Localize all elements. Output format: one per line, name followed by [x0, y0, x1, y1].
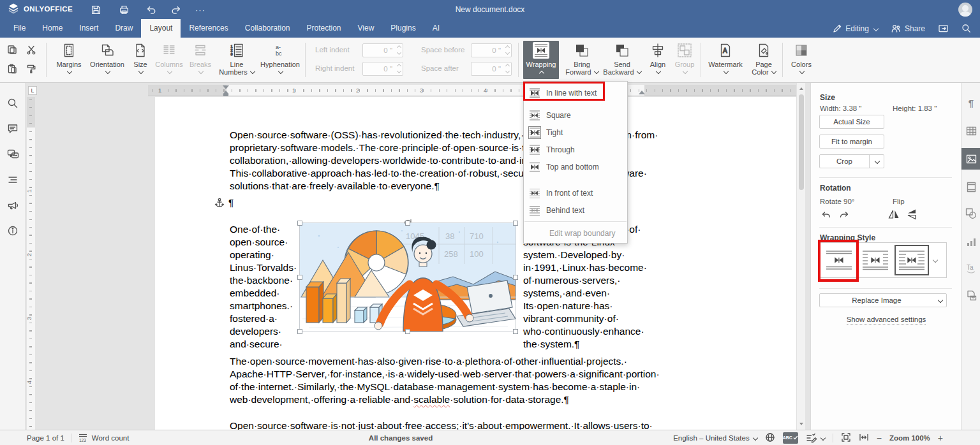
zoom-out-button[interactable]: − [877, 433, 882, 443]
wrap-menu-item-inline[interactable]: In line with text [524, 84, 627, 101]
header-footer-settings-button[interactable] [961, 176, 980, 198]
hyphenation-button[interactable]: a-bc Hyphenation [259, 41, 301, 79]
document-image[interactable]: 1045 38 710 258 100 [300, 223, 516, 332]
resize-handle-ne[interactable] [513, 221, 518, 226]
word-count-button[interactable]: 123 Word count [78, 433, 130, 442]
redo-button[interactable] [167, 3, 185, 17]
send-backward-button[interactable]: Send Backward [602, 41, 642, 79]
wrap-menu-item-topbottom[interactable]: Top and bottom [524, 158, 627, 175]
tab-file[interactable]: File [5, 19, 34, 38]
page-color-button[interactable]: Page Color [748, 41, 780, 79]
tab-collaboration[interactable]: Collaboration [237, 19, 299, 38]
resize-handle-n[interactable] [405, 221, 410, 226]
chart-settings-button[interactable] [961, 231, 980, 252]
language-selector[interactable]: English – United States [673, 434, 757, 442]
tab-ai[interactable]: AI [424, 19, 448, 38]
shape-settings-button[interactable] [961, 203, 980, 224]
tab-view[interactable]: View [350, 19, 383, 38]
wrap-menu-item-tight[interactable]: Tight [524, 124, 627, 141]
editing-mode-button[interactable]: Editing [833, 24, 878, 33]
scroll-up-button[interactable] [797, 84, 805, 93]
spellcheck-button[interactable]: ABC [783, 432, 798, 444]
resize-handle-e[interactable] [513, 275, 518, 280]
mail-merge-settings-button[interactable] [961, 284, 980, 306]
wrap-menu-item-through[interactable]: Through [524, 141, 627, 158]
wrapping-button[interactable]: Wrapping [523, 41, 559, 79]
resize-handle-nw[interactable] [297, 221, 302, 226]
replace-image-button[interactable]: Replace Image [819, 293, 947, 307]
tab-plugins[interactable]: Plugins [382, 19, 424, 38]
save-button[interactable] [87, 3, 105, 17]
flip-vertical-button[interactable] [904, 208, 919, 221]
open-file-location-button[interactable] [938, 24, 949, 33]
wrap-style-gallery-expand[interactable] [932, 254, 937, 266]
right-indent-marker[interactable] [639, 91, 645, 94]
first-line-indent-marker[interactable] [223, 85, 229, 89]
zoom-level-indicator[interactable]: Zoom 100% [889, 434, 930, 442]
wrap-style-tight-button[interactable] [895, 245, 929, 275]
wrap-menu-item-infront[interactable]: In front of text [524, 184, 627, 201]
horizontal-ruler[interactable]: 1 1 2 3 4 [148, 85, 796, 96]
resize-handle-sw[interactable] [297, 329, 302, 334]
orientation-button[interactable]: Orientation [88, 41, 126, 79]
size-button[interactable]: Size [129, 41, 152, 79]
wrap-style-square-button[interactable] [858, 245, 893, 275]
undo-button[interactable] [142, 3, 160, 17]
more-actions-button[interactable]: ··· [191, 3, 209, 17]
tab-stop-selector[interactable]: L [28, 86, 37, 95]
comments-button[interactable] [6, 122, 19, 135]
line-numbers-button[interactable]: 123 Line Numbers [217, 41, 256, 79]
copy-button[interactable] [5, 43, 19, 57]
crop-dropdown-arrow[interactable] [869, 155, 884, 168]
text-art-settings-button[interactable]: Ta [961, 258, 980, 279]
page-number-indicator[interactable]: Page 1 of 1 [27, 434, 64, 442]
image-settings-button[interactable] [961, 148, 980, 170]
flip-horizontal-button[interactable] [886, 208, 902, 221]
navigation-button[interactable] [6, 173, 19, 186]
chat-button[interactable] [6, 148, 19, 161]
zoom-in-button[interactable]: + [938, 433, 943, 443]
left-indent-marker[interactable] [223, 94, 228, 96]
resize-handle-se[interactable] [513, 329, 518, 334]
rotate-ccw-button[interactable] [819, 209, 834, 222]
resize-handle-s[interactable] [405, 329, 410, 334]
about-button[interactable] [6, 224, 19, 237]
margins-button[interactable]: Margins [52, 41, 85, 79]
wrap-style-inline-button[interactable] [822, 245, 856, 275]
cut-button[interactable] [24, 43, 38, 57]
user-avatar[interactable] [958, 3, 972, 17]
fit-width-button[interactable] [859, 432, 869, 444]
find-button[interactable] [6, 97, 19, 110]
share-button[interactable]: Share [891, 24, 925, 33]
tab-layout[interactable]: Layout [141, 19, 181, 38]
fit-to-margin-button[interactable]: Fit to margin [819, 135, 884, 149]
search-button[interactable] [961, 24, 971, 33]
tab-draw[interactable]: Draw [107, 19, 141, 38]
tab-insert[interactable]: Insert [71, 19, 107, 38]
scrollbar-thumb[interactable] [799, 94, 804, 190]
track-changes-button[interactable] [806, 433, 825, 443]
crop-button[interactable]: Crop [819, 154, 884, 168]
actual-size-button[interactable]: Actual Size [819, 115, 884, 129]
table-settings-button[interactable] [961, 120, 980, 142]
paragraph-settings-button[interactable]: ¶ [961, 92, 980, 113]
scroll-down-button[interactable] [797, 419, 805, 428]
rotate-cw-button[interactable] [836, 209, 852, 222]
show-advanced-settings-link[interactable]: Show advanced settings [811, 316, 961, 323]
watermark-button[interactable]: A Watermark [706, 41, 745, 79]
resize-handle-w[interactable] [297, 275, 302, 280]
feedback-button[interactable] [6, 199, 19, 212]
set-language-button[interactable] [765, 432, 775, 444]
paste-button[interactable] [5, 62, 19, 76]
print-button[interactable] [115, 3, 133, 17]
wrap-menu-item-behind[interactable]: Behind text [524, 201, 627, 219]
wrap-menu-item-square[interactable]: Square [524, 106, 627, 124]
document-scrollbar[interactable] [796, 83, 805, 430]
tab-references[interactable]: References [181, 19, 236, 38]
tab-protection[interactable]: Protection [299, 19, 350, 38]
colors-button[interactable]: Colors [787, 41, 815, 79]
align-button[interactable]: Align [646, 41, 670, 79]
tab-home[interactable]: Home [34, 19, 71, 38]
format-painter-button[interactable] [24, 62, 38, 76]
bring-forward-button[interactable]: Bring Forward [564, 41, 600, 79]
